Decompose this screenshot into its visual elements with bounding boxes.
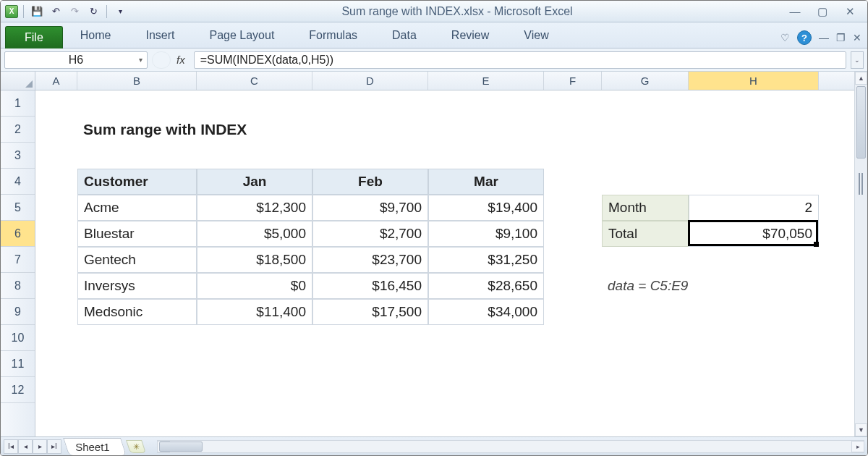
sheet-tab-label: Sheet1 [75, 441, 110, 453]
scroll-up-icon[interactable]: ▲ [855, 72, 867, 85]
row-header-9[interactable]: 9 [1, 299, 35, 325]
row-header-10[interactable]: 10 [1, 325, 35, 351]
table-row-mar[interactable]: $19,400 [428, 195, 544, 221]
title-bar: X 💾 ↶ ↷ ↻ ▾ Sum range with INDEX.xlsx - … [1, 1, 867, 22]
col-header-G[interactable]: G [602, 72, 689, 90]
table-row-customer[interactable]: Bluestar [77, 221, 197, 247]
maximize-icon[interactable]: ▢ [814, 5, 831, 18]
scroll-down-icon[interactable]: ▼ [855, 423, 867, 436]
col-header-F[interactable]: F [544, 72, 602, 90]
table-row-feb[interactable]: $9,700 [312, 195, 428, 221]
minimize-icon[interactable]: — [786, 5, 804, 18]
table-row-feb[interactable]: $23,700 [312, 247, 428, 273]
row-header-8[interactable]: 8 [1, 273, 35, 299]
table-row-mar[interactable]: $31,250 [428, 247, 544, 273]
table-row-jan[interactable]: $11,400 [197, 299, 312, 325]
horizontal-scrollbar[interactable]: ◂ ▸ [157, 440, 864, 453]
tab-data[interactable]: Data [375, 23, 434, 48]
table-row-mar[interactable]: $28,650 [428, 273, 544, 299]
next-sheet-icon[interactable]: ▸ [33, 439, 47, 454]
named-range-note[interactable]: data = C5:E9 [602, 273, 819, 299]
v-scroll-thumb[interactable] [856, 86, 866, 159]
doc-minimize-icon[interactable]: — [819, 32, 829, 43]
col-header-B[interactable]: B [77, 72, 197, 90]
table-row-jan[interactable]: $0 [197, 273, 312, 299]
table-row-mar[interactable]: $9,100 [428, 221, 544, 247]
col-header-D[interactable]: D [312, 72, 428, 90]
tab-view[interactable]: View [506, 23, 566, 48]
cancel-formula-icon[interactable] [152, 51, 171, 69]
table-row-customer[interactable]: Acme [77, 195, 197, 221]
table-header-jan[interactable]: Jan [197, 169, 312, 195]
excel-icon[interactable]: X [5, 5, 18, 18]
tab-page-layout[interactable]: Page Layout [192, 23, 292, 48]
redo-icon[interactable]: ↷ [67, 4, 82, 20]
table-row-feb[interactable]: $17,500 [312, 299, 428, 325]
tab-formulas[interactable]: Formulas [292, 23, 375, 48]
ribbon-minimize-icon[interactable]: ♡ [780, 32, 790, 43]
row-header-5[interactable]: 5 [1, 195, 35, 221]
scroll-right-icon[interactable]: ▸ [851, 441, 864, 452]
doc-restore-icon[interactable]: ❐ [836, 32, 846, 43]
select-all-cell[interactable] [1, 72, 35, 90]
page-title[interactable]: Sum range with INDEX [77, 117, 544, 143]
name-box[interactable]: H6 [4, 51, 148, 69]
grid: ABCDEFGH 123456789101112 Sum range with … [1, 72, 867, 436]
table-row-jan[interactable]: $5,000 [197, 221, 312, 247]
status-bar: I◂ ◂ ▸ ▸I Sheet1 ✳ ◂ ▸ [1, 436, 867, 455]
row-header-3[interactable]: 3 [1, 143, 35, 169]
tab-insert[interactable]: Insert [128, 23, 192, 48]
help-icon[interactable]: ? [797, 30, 812, 45]
expand-formula-icon[interactable]: ⌄ [851, 51, 864, 69]
table-row-customer[interactable]: Inversys [77, 273, 197, 299]
row-header-2[interactable]: 2 [1, 117, 35, 143]
table-row-jan[interactable]: $18,500 [197, 247, 312, 273]
month-value[interactable]: 2 [689, 195, 819, 221]
row-header-11[interactable]: 11 [1, 351, 35, 377]
tab-home[interactable]: Home [63, 23, 129, 48]
formula-bar: H6 fx =SUM(INDEX(data,0,H5)) ⌄ [1, 48, 867, 72]
h-scroll-thumb[interactable] [159, 442, 203, 452]
fx-icon[interactable]: fx [172, 54, 190, 66]
table-row-jan[interactable]: $12,300 [197, 195, 312, 221]
prev-sheet-icon[interactable]: ◂ [18, 439, 33, 454]
sheet-tab[interactable]: Sheet1 [63, 438, 126, 455]
cells[interactable]: Sum range with INDEXCustomerJanFebMarAcm… [35, 90, 854, 436]
table-row-mar[interactable]: $34,000 [428, 299, 544, 325]
last-sheet-icon[interactable]: ▸I [47, 439, 61, 454]
table-row-feb[interactable]: $16,450 [312, 273, 428, 299]
table-header-customer[interactable]: Customer [77, 169, 197, 195]
table-row-customer[interactable]: Gentech [77, 247, 197, 273]
total-label[interactable]: Total [602, 221, 689, 247]
file-tab[interactable]: File [5, 26, 63, 48]
row-header-12[interactable]: 12 [1, 377, 35, 403]
col-header-H[interactable]: H [689, 72, 819, 90]
row-header-6[interactable]: 6 [1, 221, 35, 247]
doc-close-icon[interactable]: ✕ [853, 32, 861, 43]
undo-icon[interactable]: ↶ [48, 4, 64, 20]
tab-review[interactable]: Review [434, 23, 506, 48]
table-row-feb[interactable]: $2,700 [312, 221, 428, 247]
row-header-4[interactable]: 4 [1, 169, 35, 195]
new-sheet-icon[interactable]: ✳ [126, 440, 146, 453]
qat-customize-icon[interactable]: ▾ [112, 4, 128, 20]
col-header-E[interactable]: E [428, 72, 544, 90]
row-header-1[interactable]: 1 [1, 90, 35, 117]
row-headers: 123456789101112 [1, 90, 35, 436]
total-value[interactable]: $70,050 [689, 221, 819, 247]
table-header-mar[interactable]: Mar [428, 169, 544, 195]
close-icon[interactable]: ✕ [841, 5, 859, 18]
row-header-7[interactable]: 7 [1, 247, 35, 273]
table-row-customer[interactable]: Medsonic [77, 299, 197, 325]
refresh-icon[interactable]: ↻ [85, 4, 101, 20]
column-headers: ABCDEFGH [35, 72, 854, 90]
split-handle[interactable] [859, 173, 863, 195]
first-sheet-icon[interactable]: I◂ [4, 439, 18, 454]
vertical-scrollbar[interactable]: ▲ ▼ [854, 72, 867, 436]
col-header-C[interactable]: C [197, 72, 312, 90]
month-label[interactable]: Month [602, 195, 689, 221]
formula-input[interactable]: =SUM(INDEX(data,0,H5)) [194, 51, 846, 69]
table-header-feb[interactable]: Feb [312, 169, 428, 195]
col-header-A[interactable]: A [35, 72, 77, 90]
save-icon[interactable]: 💾 [29, 4, 45, 20]
